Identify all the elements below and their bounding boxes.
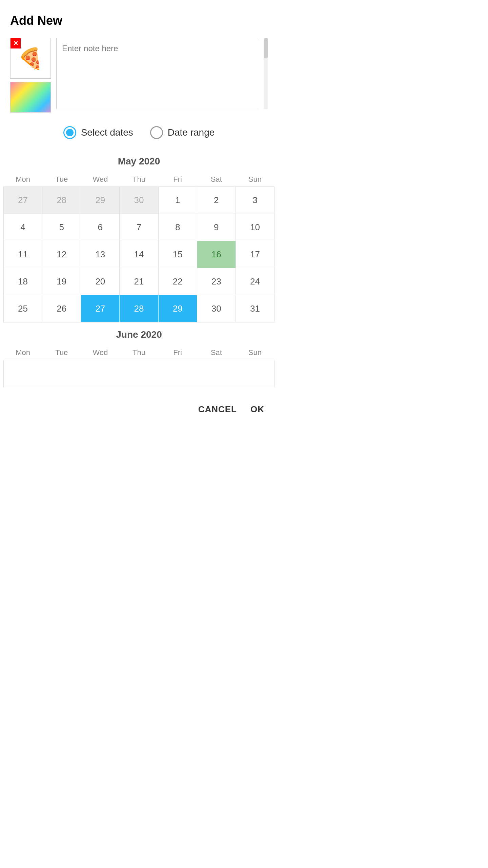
- june-calendar-grid: Mon Tue Wed Thu Fri Sat Sun: [3, 346, 274, 387]
- radio-section: Select dates Date range: [0, 119, 278, 149]
- may-day-cell[interactable]: 22: [158, 268, 197, 295]
- date-range-option[interactable]: Date range: [150, 126, 215, 139]
- may-day-cell[interactable]: 3: [236, 187, 274, 214]
- may-day-cell[interactable]: 19: [42, 268, 81, 295]
- may-day-cell[interactable]: 10: [236, 214, 274, 241]
- weekday-thu: Thu: [120, 172, 158, 187]
- june-weekday-thu: Thu: [120, 346, 158, 360]
- june-weekday-wed: Wed: [81, 346, 120, 360]
- select-dates-radio[interactable]: [63, 126, 76, 139]
- may-day-cell[interactable]: 20: [81, 268, 120, 295]
- may-day-cell[interactable]: 31: [236, 295, 274, 322]
- may-day-cell[interactable]: 23: [197, 268, 236, 295]
- may-day-cell[interactable]: 4: [4, 214, 42, 241]
- may-day-cell[interactable]: 18: [4, 268, 42, 295]
- may-day-cell[interactable]: 16: [197, 241, 236, 268]
- calendar-section: May 2020 Mon Tue Wed Thu Fri Sat Sun 272…: [0, 149, 278, 387]
- close-icon[interactable]: ✕: [11, 38, 21, 48]
- may-day-cell[interactable]: 14: [120, 241, 158, 268]
- may-day-cell[interactable]: 28: [120, 295, 158, 322]
- june-weekday-mon: Mon: [4, 346, 42, 360]
- may-day-cell[interactable]: 7: [120, 214, 158, 241]
- may-day-cell[interactable]: 30: [120, 187, 158, 214]
- select-dates-label: Select dates: [81, 127, 133, 138]
- top-section: ✕ 🍕: [0, 38, 278, 113]
- may-week-row: 25262728293031: [4, 295, 274, 322]
- may-day-cell[interactable]: 15: [158, 241, 197, 268]
- may-day-cell[interactable]: 17: [236, 241, 274, 268]
- may-day-cell[interactable]: 1: [158, 187, 197, 214]
- may-day-cell[interactable]: 9: [197, 214, 236, 241]
- may-day-cell[interactable]: 26: [42, 295, 81, 322]
- june-weekday-sat: Sat: [197, 346, 236, 360]
- emoji-display: 🍕: [18, 46, 43, 71]
- may-week-row: 45678910: [4, 214, 274, 241]
- may-day-cell[interactable]: 12: [42, 241, 81, 268]
- may-calendar-grid: Mon Tue Wed Thu Fri Sat Sun 272829301234…: [3, 172, 274, 322]
- scrollbar-thumb[interactable]: [264, 38, 268, 58]
- may-week-row: 27282930123: [4, 187, 274, 214]
- may-day-cell[interactable]: 2: [197, 187, 236, 214]
- may-day-cell[interactable]: 28: [42, 187, 81, 214]
- date-range-label: Date range: [168, 127, 215, 138]
- weekday-sat: Sat: [197, 172, 236, 187]
- weekday-fri: Fri: [158, 172, 197, 187]
- june-month-title: June 2020: [3, 322, 274, 346]
- june-weekday-sun: Sun: [236, 346, 274, 360]
- may-day-cell[interactable]: 27: [81, 295, 120, 322]
- date-range-radio[interactable]: [150, 126, 163, 139]
- ok-button[interactable]: OK: [250, 404, 264, 415]
- weekday-sun: Sun: [236, 172, 274, 187]
- june-weekday-tue: Tue: [42, 346, 81, 360]
- emoji-picker[interactable]: ✕ 🍕: [10, 38, 51, 79]
- left-panel: ✕ 🍕: [10, 38, 51, 113]
- color-picker[interactable]: [10, 82, 51, 113]
- may-day-cell[interactable]: 29: [81, 187, 120, 214]
- may-day-cell[interactable]: 27: [4, 187, 42, 214]
- may-month-title: May 2020: [3, 149, 274, 172]
- cancel-button[interactable]: CANCEL: [198, 404, 237, 415]
- page-title: Add New: [0, 0, 278, 38]
- may-day-cell[interactable]: 25: [4, 295, 42, 322]
- june-weekday-fri: Fri: [158, 346, 197, 360]
- weekday-wed: Wed: [81, 172, 120, 187]
- may-day-cell[interactable]: 30: [197, 295, 236, 322]
- may-day-cell[interactable]: 21: [120, 268, 158, 295]
- may-day-cell[interactable]: 8: [158, 214, 197, 241]
- bottom-bar: CANCEL OK: [0, 394, 278, 425]
- weekday-tue: Tue: [42, 172, 81, 187]
- may-day-cell[interactable]: 13: [81, 241, 120, 268]
- june-weekday-header-row: Mon Tue Wed Thu Fri Sat Sun: [4, 346, 274, 360]
- may-week-row: 11121314151617: [4, 241, 274, 268]
- may-day-cell[interactable]: 6: [81, 214, 120, 241]
- may-weekday-header-row: Mon Tue Wed Thu Fri Sat Sun: [4, 172, 274, 187]
- note-input[interactable]: [56, 38, 258, 109]
- may-week-row: 18192021222324: [4, 268, 274, 295]
- may-day-cell[interactable]: 29: [158, 295, 197, 322]
- weekday-mon: Mon: [4, 172, 42, 187]
- may-day-cell[interactable]: 24: [236, 268, 274, 295]
- may-day-cell[interactable]: 11: [4, 241, 42, 268]
- may-day-cell[interactable]: 5: [42, 214, 81, 241]
- scrollbar-track: [264, 38, 268, 109]
- select-dates-option[interactable]: Select dates: [63, 126, 133, 139]
